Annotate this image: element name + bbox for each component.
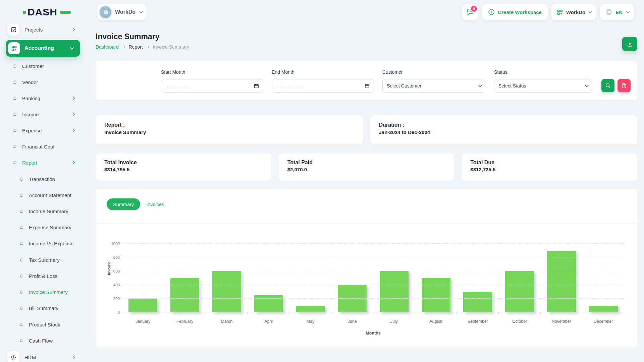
sidebar-item-profit-loss[interactable]: Profit & Loss — [0, 268, 88, 283]
bar-november[interactable]: November — [541, 244, 583, 312]
sidebar-item-accounting[interactable]: Accounting — [6, 40, 80, 57]
bar-december[interactable]: December — [582, 244, 624, 312]
bar-may[interactable]: May — [289, 244, 331, 312]
y-tick-label: 1000 — [111, 242, 120, 246]
x-axis-label: Months — [122, 331, 624, 336]
page-title: Invoice Summary — [96, 32, 637, 41]
bullet-icon — [13, 113, 16, 116]
bar-march[interactable]: March — [206, 244, 248, 312]
y-tick-label: 600 — [113, 269, 120, 273]
sidebar-item-financial-goal[interactable]: Financial Goal — [0, 139, 88, 154]
sidebar-item-income[interactable]: Income — [0, 107, 88, 122]
tab-summary[interactable]: Summary — [107, 198, 140, 210]
report-label: Report : — [104, 122, 354, 128]
bars-row: JanuaryFebruaryMarchAprilMayJuneJulyAugu… — [122, 244, 624, 312]
bar-rect[interactable] — [128, 299, 157, 312]
top-header: DASH WorkDo 0 Create — [0, 0, 644, 24]
chart-tabs: Summary Invoices — [107, 198, 164, 210]
status-label: Status — [494, 69, 507, 75]
sidebar-item-invoice-summary[interactable]: Invoice Summary — [0, 285, 88, 299]
bar-rect[interactable] — [380, 271, 409, 312]
status-select[interactable]: Select Status — [494, 79, 592, 93]
logo-dot-icon — [23, 11, 26, 14]
calendar-icon — [365, 83, 370, 88]
y-tick-label: 400 — [113, 283, 120, 287]
sidebar-item-bill-summary[interactable]: Bill Summary — [0, 301, 88, 315]
workspace-switcher[interactable]: WorkDo — [97, 4, 147, 20]
bar-april[interactable]: April — [248, 244, 289, 312]
bar-august[interactable]: August — [415, 244, 457, 312]
customer-label: Customer — [382, 69, 403, 75]
bullet-icon — [20, 290, 23, 294]
chevron-right-icon — [71, 27, 75, 31]
apply-filter-button[interactable] — [601, 79, 614, 92]
bar-rect[interactable] — [170, 278, 199, 313]
breadcrumb-report[interactable]: Report — [129, 44, 143, 50]
logo-text: DASH — [28, 6, 57, 18]
sidebar-item-projects[interactable]: Projects — [0, 22, 88, 37]
end-month-input[interactable]: --------- ---- — [272, 79, 374, 93]
messages-button[interactable]: 0 — [462, 4, 478, 20]
bar-rect[interactable] — [422, 278, 450, 313]
create-workspace-label: Create Workspace — [498, 9, 542, 15]
logo-dash-icon — [60, 11, 71, 14]
start-month-label: Start Month — [161, 69, 185, 75]
create-workspace-button[interactable]: Create Workspace — [482, 4, 548, 20]
bar-june[interactable]: June — [331, 244, 373, 312]
sidebar-item-transaction[interactable]: Transaction — [0, 172, 88, 186]
sidebar-item-expense[interactable]: Expense — [0, 123, 88, 138]
start-month-input[interactable]: --------- ---- — [161, 79, 263, 93]
sidebar-item-income-summary[interactable]: Income Summary — [0, 204, 88, 219]
bar-january[interactable]: January — [122, 244, 164, 312]
bullet-icon — [13, 80, 16, 84]
totals-row: Total Invoice $314,795.5 Total Paid $2,0… — [96, 154, 637, 181]
calendar-icon — [254, 83, 259, 88]
bar-rect[interactable] — [589, 306, 618, 313]
customer-select[interactable]: Select Customer — [382, 79, 485, 93]
total-invoice-value: $314,795.5 — [104, 167, 263, 172]
chevron-down-icon — [478, 83, 482, 87]
bar-rect[interactable] — [296, 306, 325, 313]
bar-rect[interactable] — [463, 292, 492, 313]
total-invoice-card: Total Invoice $314,795.5 — [96, 154, 271, 181]
bar-rect[interactable] — [505, 271, 534, 312]
bar-rect[interactable] — [338, 285, 367, 312]
workdo-dropdown[interactable]: WorkDo — [551, 4, 596, 20]
bar-october[interactable]: October — [499, 244, 541, 312]
chevron-right-icon — [71, 355, 75, 359]
bar-july[interactable]: July — [373, 244, 415, 312]
invoice-bar-chart: Invoice 02004006008001000 JanuaryFebruar… — [96, 224, 637, 348]
accounting-grid-icon — [8, 42, 20, 54]
sidebar-item-hrm[interactable]: HRM — [0, 350, 88, 362]
sidebar-item-customer[interactable]: Customer — [0, 59, 88, 73]
sidebar-item-tax-summary[interactable]: Tax Summary — [0, 252, 88, 267]
bullet-icon — [13, 161, 16, 164]
workdo-dropdown-label: WorkDo — [566, 9, 585, 15]
chevron-down-icon — [588, 10, 592, 13]
download-report-button[interactable] — [622, 37, 637, 51]
sidebar-item-cash-flow[interactable]: Cash Flow — [0, 333, 88, 348]
sidebar-item-vendor[interactable]: Vendor — [0, 75, 88, 89]
bullet-icon — [13, 97, 16, 100]
reset-filter-button[interactable] — [618, 79, 631, 92]
breadcrumb-dashboard[interactable]: Dashboard — [96, 44, 119, 50]
sidebar-item-banking[interactable]: Banking — [0, 91, 88, 106]
bar-rect[interactable] — [254, 295, 283, 312]
bullet-icon — [20, 274, 23, 278]
sidebar-item-account-statement[interactable]: Account Statement — [0, 188, 88, 202]
sidebar-item-income-vs-expense[interactable]: Income Vs Expense — [0, 236, 88, 251]
bar-rect[interactable] — [212, 271, 241, 312]
y-tick-label: 0 — [118, 310, 120, 314]
sidebar-item-product-stock[interactable]: Product Stock — [0, 317, 88, 332]
bar-september[interactable]: September — [457, 244, 499, 312]
dash-logo: DASH — [23, 6, 83, 18]
tab-invoices[interactable]: Invoices — [146, 202, 164, 207]
sidebar-item-expense-summary[interactable]: Expense Summary — [0, 220, 88, 235]
bar-february[interactable]: February — [164, 244, 206, 312]
language-selector[interactable]: EN — [600, 4, 634, 20]
bar-rect[interactable] — [547, 251, 576, 313]
sidebar-item-report[interactable]: Report — [0, 155, 88, 170]
y-tick-label: 800 — [113, 255, 120, 259]
chevron-down-icon — [585, 83, 589, 87]
y-ticks: 02004006008001000 — [96, 244, 120, 312]
